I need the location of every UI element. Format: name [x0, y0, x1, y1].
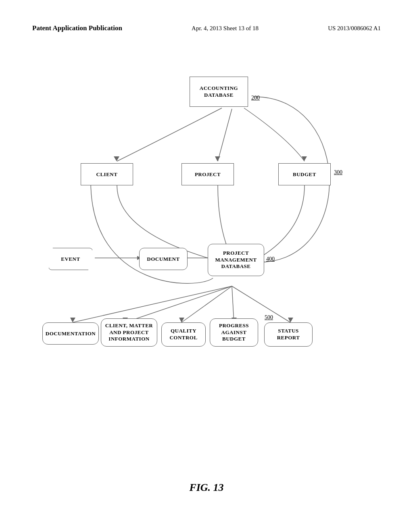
budget-label: 300	[334, 169, 342, 176]
accounting-db-box: ACCOUNTING DATABASE	[190, 77, 248, 107]
svg-marker-2	[215, 156, 220, 161]
client-box: CLIENT	[81, 163, 133, 185]
svg-line-14	[232, 286, 234, 322]
event-box: EVENT	[48, 248, 93, 270]
diagram-container: ACCOUNTING DATABASE 200 CLIENT PROJECT B…	[24, 64, 389, 451]
publication-title: Patent Application Publication	[32, 24, 122, 32]
project-box: PROJECT	[181, 163, 234, 185]
budget-box: BUDGET	[278, 163, 331, 185]
status-report-ref: 500	[265, 314, 273, 321]
project-mgmt-box: PROJECT MANAGEMENT DATABASE	[208, 244, 264, 276]
project-mgmt-label: 400	[266, 256, 275, 262]
svg-line-15	[232, 286, 290, 322]
documentation-box: DOCUMENTATION	[42, 322, 99, 345]
progress-budget-box: PROGRESS AGAINST BUDGET	[210, 318, 258, 347]
svg-line-0	[218, 109, 232, 161]
document-box: DOCUMENT	[139, 248, 188, 270]
svg-line-11	[73, 286, 232, 322]
quality-control-box: QUALITY CONTROL	[161, 322, 206, 347]
figure-caption: FIG. 13	[0, 482, 413, 494]
client-matter-box: CLIENT, MATTER AND PROJECT INFORMATION	[101, 318, 157, 347]
patent-number: US 2013/0086062 A1	[328, 25, 381, 32]
page-header: Patent Application Publication Apr. 4, 2…	[0, 24, 413, 32]
svg-line-12	[125, 286, 232, 322]
status-report-box: STATUS REPORT	[264, 322, 313, 347]
accounting-db-label: 200	[251, 95, 260, 101]
date-sheet: Apr. 4, 2013 Sheet 13 of 18	[192, 25, 259, 32]
svg-marker-18	[179, 318, 184, 322]
